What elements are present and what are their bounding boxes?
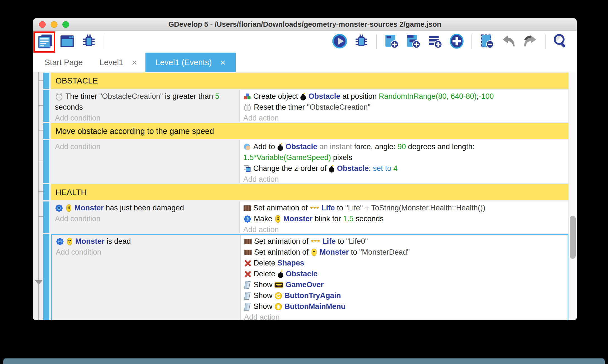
undo-icon — [501, 33, 516, 50]
add-subevent-button[interactable] — [405, 34, 421, 50]
event-bar[interactable] — [43, 234, 49, 320]
actions-column[interactable]: Create object Obstacle at position Rando… — [239, 90, 568, 122]
play-button[interactable] — [332, 34, 348, 50]
event-bar[interactable] — [43, 140, 49, 183]
event-bar[interactable] — [43, 73, 49, 89]
event-bar[interactable] — [43, 90, 49, 122]
add-action-button[interactable]: Add action — [244, 312, 565, 320]
scrollbar-thumb[interactable] — [570, 216, 576, 259]
obstacle-bomb-icon — [277, 143, 283, 151]
tab-label: Level1 (Events) — [155, 58, 212, 67]
window-title: GDevelop 5 - /Users/florian/Downloads/ge… — [168, 20, 441, 29]
event-row-obstacle-timer[interactable]: The timer "ObstacleCreation" is greater … — [43, 90, 568, 122]
event-row-move-obstacle[interactable]: Add condition Add to Obstacle an ins — [43, 140, 568, 183]
action[interactable]: Create object Obstacle at position Rando… — [243, 91, 566, 102]
zoom-window-button[interactable] — [62, 21, 69, 28]
svg-text:G: G — [59, 240, 61, 243]
remove-selection-button[interactable] — [479, 34, 495, 50]
close-tab-icon[interactable]: × — [220, 57, 226, 68]
event-bar[interactable] — [43, 201, 49, 233]
minimize-window-button[interactable] — [51, 21, 57, 28]
conditions-column[interactable]: The timer "ObstacleCreation" is greater … — [51, 90, 239, 122]
add-condition-button[interactable]: Add condition — [55, 113, 237, 124]
add-condition-button[interactable]: Add condition — [55, 141, 237, 152]
action[interactable]: Show GameOver — [244, 279, 565, 290]
group-row-obstacle[interactable]: OBSTACLE — [43, 73, 568, 89]
action-wrap[interactable]: 1.5*Variable(GameSpeed) pixels — [243, 152, 566, 163]
collapse-arrow-icon[interactable] — [35, 280, 43, 285]
obstacle-bomb-icon — [329, 164, 335, 173]
event-rows: OBSTACLE The timer "ObstacleCr — [43, 73, 568, 320]
add-condition-button[interactable]: Add condition — [56, 247, 237, 258]
action[interactable]: Show ButtonTryAgain — [244, 290, 565, 301]
event-row-monster-damaged[interactable]: G Monster has just been damaged Add cond… — [43, 201, 568, 233]
actions-column[interactable]: Add to Obstacle an instant force, angle:… — [239, 140, 568, 183]
add-action-button[interactable]: Add action — [243, 224, 566, 235]
action[interactable]: Add to Obstacle an instant force, angle:… — [243, 141, 566, 152]
actions-column[interactable]: Set animation of Life to "Life0" — [240, 235, 568, 320]
group-row-health[interactable]: HEALTH — [43, 184, 568, 200]
group-header-move[interactable]: Move obstacle according to the game spee… — [51, 123, 568, 139]
z-order-icon — [243, 165, 251, 173]
tab-level1-events[interactable]: Level1 (Events) × — [145, 53, 235, 72]
action[interactable]: Show ButtonMainMenu — [244, 301, 565, 312]
scene-editor-button[interactable] — [59, 34, 75, 50]
animation-icon — [244, 238, 252, 245]
add-action-button[interactable]: Add action — [243, 174, 566, 185]
undo-button[interactable] — [500, 34, 517, 50]
search-button[interactable] — [552, 34, 568, 50]
add-comment-button[interactable] — [427, 34, 443, 50]
group-title: OBSTACLE — [55, 76, 98, 85]
close-window-button[interactable] — [39, 21, 46, 28]
actions-column[interactable]: Set animation of Life to "Life" + ToStri… — [239, 201, 568, 233]
monster-icon — [311, 248, 317, 257]
scene-editor-icon — [59, 33, 75, 50]
events-sheet-button[interactable] — [37, 34, 53, 50]
selected-event[interactable]: G Monster is dead Add condition — [51, 234, 568, 320]
tab-level1[interactable]: Level1 × — [91, 53, 145, 72]
action[interactable]: Delete Shapes — [244, 258, 565, 269]
action[interactable]: G Make Monster blink for 1.5 seconds — [243, 213, 566, 224]
desktop-bottom-strip — [3, 358, 605, 364]
action[interactable]: Reset the timer "ObstacleCreation" — [243, 102, 566, 113]
add-event-button[interactable] — [383, 34, 400, 50]
svg-text:G: G — [58, 207, 60, 210]
debug-play-button[interactable] — [353, 34, 369, 50]
conditions-column[interactable]: G Monster has just been damaged Add cond… — [51, 201, 239, 233]
behavior-gear-icon: G — [56, 237, 64, 246]
condition[interactable]: G Monster has just been damaged — [55, 203, 237, 213]
group-header-health[interactable]: HEALTH — [51, 184, 568, 200]
action[interactable]: Change the z-order of Obstacle: set to 4 — [243, 163, 566, 174]
group-row-move[interactable]: Move obstacle according to the game spee… — [43, 123, 568, 139]
debug-icon — [354, 33, 369, 50]
conditions-column[interactable]: G Monster is dead Add condition — [52, 235, 240, 320]
debugger-button[interactable] — [81, 34, 97, 50]
event-row-monster-dead[interactable]: G Monster is dead Add condition — [43, 234, 568, 320]
redo-button[interactable] — [522, 34, 538, 50]
force-icon — [243, 143, 251, 151]
timer-icon — [55, 92, 63, 101]
group-title: HEALTH — [55, 188, 87, 197]
condition[interactable]: The timer "ObstacleCreation" is greater … — [55, 91, 237, 102]
add-condition-button[interactable]: Add condition — [55, 213, 237, 224]
add-event-chooser-button[interactable] — [449, 34, 465, 50]
add-action-button[interactable]: Add action — [243, 113, 566, 124]
event-bar[interactable] — [43, 123, 49, 139]
event-bar[interactable] — [43, 184, 49, 200]
animation-icon — [244, 249, 252, 256]
action[interactable]: Delete Obstacle — [244, 269, 565, 279]
conditions-column[interactable]: Add condition — [51, 140, 239, 183]
bug-icon — [81, 33, 97, 50]
remove-selection-icon — [479, 33, 495, 50]
action[interactable]: Set animation of Life to "Life" + ToStri… — [243, 203, 566, 213]
condition[interactable]: G Monster is dead — [56, 236, 237, 247]
show-icon — [244, 302, 251, 311]
action[interactable]: Set animation of Life to "Life0" — [244, 236, 565, 247]
close-tab-icon[interactable]: × — [132, 57, 137, 68]
action[interactable]: Set animation of Monster to "MonsterDead… — [244, 247, 565, 258]
behavior-gear-icon: G — [243, 215, 252, 223]
gdevelop-window: GDevelop 5 - /Users/florian/Downloads/ge… — [33, 18, 577, 320]
vertical-scrollbar[interactable] — [568, 72, 577, 320]
group-header-obstacle[interactable]: OBSTACLE — [51, 73, 568, 89]
tab-start-page[interactable]: Start Page — [36, 53, 91, 72]
